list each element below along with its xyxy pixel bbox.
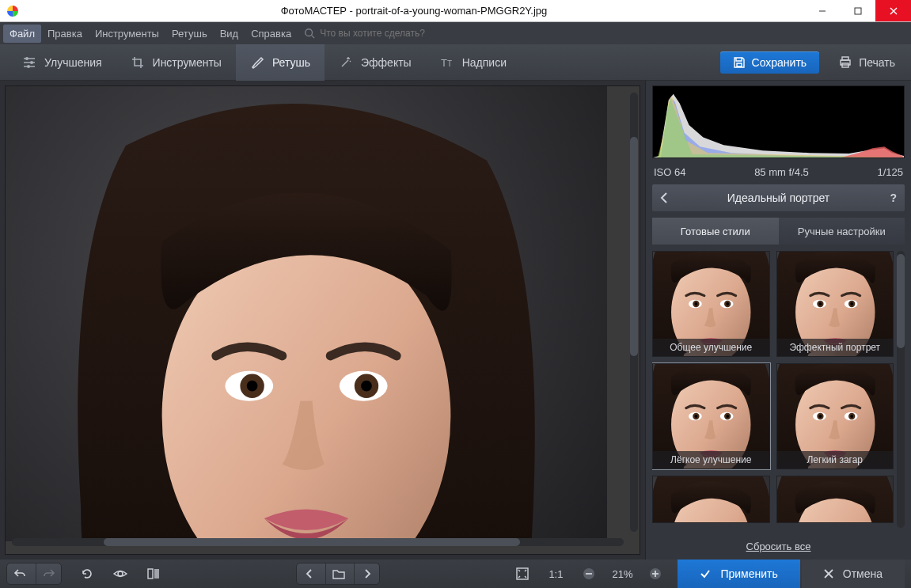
svg-rect-27 — [148, 569, 153, 579]
compare-button[interactable] — [141, 563, 166, 584]
zoom-percent-label: 21% — [606, 568, 638, 580]
text-icon: TT — [440, 55, 454, 70]
bottom-bar: 1:1 21% Применить Отмена — [0, 560, 911, 588]
svg-line-14 — [312, 36, 315, 39]
print-button[interactable]: Печать — [830, 51, 903, 74]
tab-label: Инструменты — [153, 56, 222, 69]
revert-button[interactable] — [74, 563, 100, 584]
toolbar: Улучшения Инструменты Ретушь Эффекты TT … — [0, 44, 911, 81]
svg-rect-28 — [154, 569, 159, 579]
preset-label: Общее улучшение — [653, 339, 769, 356]
side-panel: ISO 64 85 mm f/4.5 1/125 Идеальный портр… — [645, 81, 911, 560]
canvas-area — [0, 81, 645, 560]
panel-header: Идеальный портрет ? — [652, 184, 905, 211]
cancel-button[interactable]: Отмена — [802, 560, 905, 588]
zoom-in-button[interactable] — [643, 563, 668, 584]
tab-label: Улучшения — [44, 56, 102, 69]
preset-item[interactable] — [776, 476, 894, 523]
menu-view[interactable]: Вид — [214, 25, 245, 43]
minimize-button[interactable] — [804, 0, 840, 21]
svg-rect-24 — [842, 57, 848, 60]
apply-button[interactable]: Применить — [678, 560, 799, 588]
image-canvas[interactable] — [5, 85, 640, 555]
tab-label: Эффекты — [361, 56, 412, 69]
svg-point-13 — [306, 29, 313, 36]
menu-retouch[interactable]: Ретушь — [165, 25, 214, 43]
tab-tools[interactable]: Инструменты — [116, 44, 236, 81]
preset-item[interactable] — [652, 476, 770, 523]
menu-edit[interactable]: Правка — [41, 25, 89, 43]
cancel-label: Отмена — [843, 567, 883, 580]
svg-point-18 — [25, 57, 28, 60]
close-button[interactable] — [875, 0, 911, 21]
open-folder-button[interactable] — [325, 563, 351, 584]
panel-title: Идеальный портрет — [727, 192, 830, 204]
subtab-presets[interactable]: Готовые стили — [652, 218, 779, 245]
window-title: ФотоМАСТЕР - portrait-of-a-young-woman-P… — [24, 5, 804, 17]
canvas-scrollbar-horizontal[interactable] — [12, 538, 624, 546]
preset-item[interactable]: Эффектный портрет — [776, 251, 894, 357]
redo-button[interactable] — [36, 563, 61, 584]
presets-scrollbar[interactable] — [897, 251, 905, 528]
search-input[interactable] — [320, 28, 494, 39]
nav-next-button[interactable] — [354, 563, 379, 584]
tab-enhance[interactable]: Улучшения — [8, 44, 116, 81]
back-button[interactable] — [660, 192, 668, 203]
search-icon — [304, 28, 315, 39]
help-button[interactable]: ? — [890, 192, 897, 204]
preset-label: Эффектный портрет — [777, 339, 894, 356]
svg-text:T: T — [441, 57, 447, 69]
histogram — [652, 85, 905, 158]
subtab-manual[interactable]: Ручные настройки — [779, 218, 905, 245]
preset-item[interactable]: Лёгкое улучшение — [652, 363, 770, 469]
tab-label: Ретушь — [272, 56, 310, 69]
preview-toggle-button[interactable] — [108, 563, 133, 584]
svg-point-26 — [118, 571, 123, 576]
nav-prev-button[interactable] — [297, 563, 322, 584]
histogram-meta: ISO 64 85 mm f/4.5 1/125 — [652, 165, 905, 178]
preset-item[interactable]: Общее улучшение — [652, 251, 770, 357]
svg-point-19 — [30, 61, 33, 64]
undo-button[interactable] — [7, 563, 32, 584]
wand-icon — [339, 55, 353, 70]
app-logo — [6, 5, 19, 17]
fit-screen-button[interactable] — [510, 563, 535, 584]
presets-area: Общее улучшение Эффектный портрет Лёгкое… — [652, 251, 905, 528]
tab-effects[interactable]: Эффекты — [325, 44, 426, 81]
preset-label: Лёгкое улучшение — [653, 451, 769, 469]
shutter-label: 1/125 — [877, 166, 903, 178]
print-icon — [838, 55, 852, 70]
x-icon — [824, 569, 833, 579]
preset-label: Легкий загар — [777, 451, 894, 469]
zoom-out-button[interactable] — [576, 563, 602, 584]
preset-thumb — [777, 476, 894, 522]
svg-text:T: T — [447, 59, 452, 68]
reset-all-link[interactable]: Сбросить все — [746, 541, 811, 552]
preset-thumb — [653, 476, 769, 522]
check-icon — [700, 568, 711, 579]
tab-retouch[interactable]: Ретушь — [236, 44, 325, 81]
zoom-ratio-label[interactable]: 1:1 — [540, 568, 571, 580]
panel-subtabs: Готовые стили Ручные настройки — [652, 218, 905, 245]
menubar: Файл Правка Инструменты Ретушь Вид Справ… — [0, 22, 911, 44]
svg-point-20 — [27, 65, 30, 68]
save-button[interactable]: Сохранить — [720, 51, 820, 74]
save-icon — [733, 56, 746, 69]
titlebar: ФотоМАСТЕР - portrait-of-a-young-woman-P… — [0, 0, 911, 22]
canvas-scrollbar-vertical[interactable] — [630, 93, 638, 532]
iso-label: ISO 64 — [654, 166, 685, 178]
brush-icon — [250, 55, 264, 70]
menu-file[interactable]: Файл — [3, 25, 41, 43]
crop-icon — [131, 55, 145, 70]
print-label: Печать — [859, 56, 895, 69]
tab-text[interactable]: TT Надписи — [426, 44, 521, 81]
preset-item[interactable]: Легкий загар — [776, 363, 894, 469]
apply-label: Применить — [720, 567, 777, 580]
menu-tools[interactable]: Инструменты — [89, 25, 165, 43]
lens-label: 85 mm f/4.5 — [754, 166, 809, 178]
tab-label: Надписи — [462, 56, 507, 69]
svg-rect-10 — [855, 8, 861, 14]
maximize-button[interactable] — [840, 0, 875, 21]
menu-help[interactable]: Справка — [245, 25, 298, 43]
sliders-icon — [22, 55, 36, 70]
